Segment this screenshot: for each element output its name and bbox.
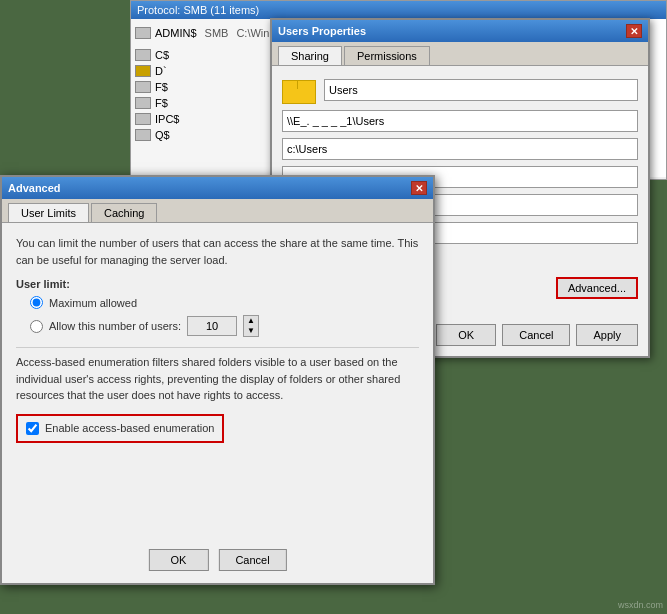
tab-sharing[interactable]: Sharing [278, 46, 342, 65]
separator [16, 347, 419, 348]
share-name-row [282, 76, 638, 104]
item-label: F$ [155, 81, 168, 93]
list-item[interactable]: IPC$ [131, 111, 270, 127]
list-item[interactable]: C$ [131, 47, 270, 63]
user-count-field[interactable] [187, 316, 237, 336]
share-icon [135, 113, 151, 125]
advanced-ok-button[interactable]: OK [148, 549, 208, 571]
item-label: ADMIN$ [155, 27, 197, 39]
list-item[interactable]: F$ [131, 95, 270, 111]
list-item[interactable]: ADMIN$ SMB C:\Windows 23.3 GB [131, 19, 270, 47]
enum-checkbox-container: Enable access-based enumeration [16, 414, 224, 443]
folder-icon [282, 76, 314, 104]
user-count-spinner[interactable]: ▲ ▼ [243, 315, 259, 337]
share-name-field[interactable] [324, 79, 638, 101]
user-limit-group: User limit: Maximum allowed Allow this n… [16, 278, 419, 337]
tab-permissions[interactable]: Permissions [344, 46, 430, 65]
share-icon [135, 97, 151, 109]
users-dialog-title: Users Properties [278, 25, 366, 37]
share-icon [135, 49, 151, 61]
list-item[interactable]: F$ [131, 79, 270, 95]
share-icon [135, 81, 151, 93]
advanced-dialog-close-button[interactable]: ✕ [411, 181, 427, 195]
item-label: IPC$ [155, 113, 179, 125]
users-ok-button[interactable]: OK [436, 324, 496, 346]
advanced-dialog: Advanced ✕ User Limits Caching You can l… [0, 175, 435, 585]
list-panel: ADMIN$ SMB C:\Windows 23.3 GB C$ D` F$ F… [131, 19, 271, 177]
advanced-tabs-bar: User Limits Caching [2, 199, 433, 223]
local-path-field [282, 138, 638, 160]
tab-caching[interactable]: Caching [91, 203, 157, 222]
local-path-row [282, 138, 638, 160]
users-dialog-close-button[interactable]: ✕ [626, 24, 642, 38]
list-item[interactable]: Q$ [131, 127, 270, 143]
spinner-up-button[interactable]: ▲ [244, 316, 258, 326]
users-dialog-titlebar: Users Properties ✕ [272, 20, 648, 42]
list-item[interactable]: D` [131, 63, 270, 79]
share-icon [135, 65, 151, 77]
enum-checkbox-label: Enable access-based enumeration [45, 422, 214, 434]
allow-count-radio[interactable] [30, 320, 43, 333]
users-cancel-button[interactable]: Cancel [502, 324, 570, 346]
max-allowed-label: Maximum allowed [49, 297, 137, 309]
user-limit-label: User limit: [16, 278, 419, 290]
max-allowed-option: Maximum allowed [16, 296, 419, 309]
advanced-cancel-button[interactable]: Cancel [218, 549, 286, 571]
item-label: C$ [155, 49, 169, 61]
users-apply-button[interactable]: Apply [576, 324, 638, 346]
advanced-dialog-titlebar: Advanced ✕ [2, 177, 433, 199]
advanced-dialog-title: Advanced [8, 182, 61, 194]
item-type: SMB [205, 27, 229, 39]
tab-user-limits[interactable]: User Limits [8, 203, 89, 222]
allow-count-label: Allow this number of users: [49, 320, 181, 332]
max-allowed-radio[interactable] [30, 296, 43, 309]
advanced-dialog-body: You can limit the number of users that c… [2, 223, 433, 455]
share-icon [135, 27, 151, 39]
allow-users-option: Allow this number of users: ▲ ▼ [16, 315, 419, 337]
share-icon [135, 129, 151, 141]
bg-title: Protocol: SMB (11 items) [137, 4, 259, 16]
enum-description: Access-based enumeration filters shared … [16, 354, 419, 404]
network-path-field [282, 110, 638, 132]
item-label: Q$ [155, 129, 170, 141]
item-label: F$ [155, 97, 168, 109]
spinner-down-button[interactable]: ▼ [244, 326, 258, 336]
users-tabs-bar: Sharing Permissions [272, 42, 648, 66]
bg-titlebar: Protocol: SMB (11 items) [131, 1, 666, 19]
users-dialog-buttons: OK Cancel Apply [436, 324, 638, 346]
item-label: D` [155, 65, 167, 77]
advanced-button[interactable]: Advanced... [556, 277, 638, 299]
network-path-row [282, 110, 638, 132]
user-limit-description: You can limit the number of users that c… [16, 235, 419, 268]
advanced-dialog-buttons: OK Cancel [148, 549, 286, 571]
watermark: wsxdn.com [618, 600, 663, 610]
enum-checkbox[interactable] [26, 422, 39, 435]
